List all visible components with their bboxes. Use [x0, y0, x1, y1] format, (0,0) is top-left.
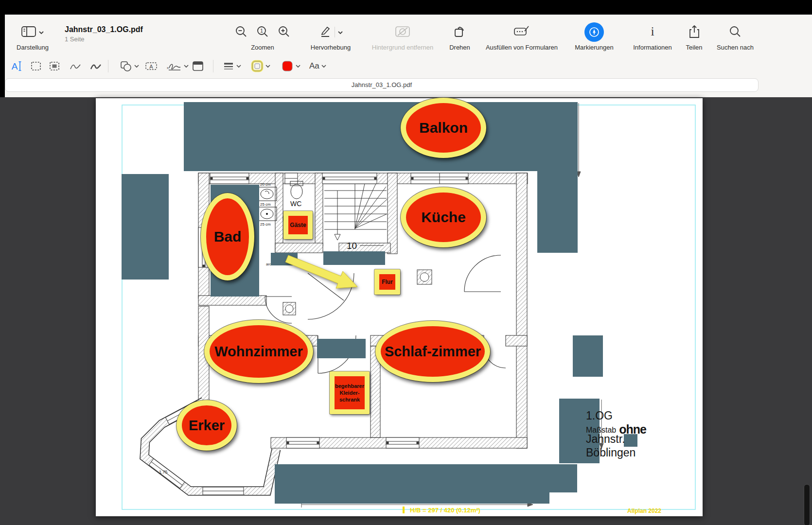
document-pagecount: 1 Seite — [65, 35, 143, 43]
border-color-tool[interactable] — [251, 59, 270, 73]
document-area: 10 20 cm 25 cm 25 cm — [0, 97, 812, 525]
redaction-rect — [275, 492, 549, 504]
redaction-rect — [323, 251, 385, 265]
text-style-tool[interactable]: Aa — [309, 59, 326, 73]
sheet-size-label: H/B = 297 / 420 (0.12m²) — [410, 507, 480, 514]
rect-selection-tool[interactable] — [30, 59, 42, 73]
redaction-rect — [184, 102, 578, 171]
highlighter-icon — [319, 25, 332, 39]
form-fill-icon — [514, 25, 530, 39]
staircase — [324, 184, 387, 245]
draw-tool[interactable] — [89, 59, 102, 73]
remove-background-icon — [395, 26, 410, 39]
svg-text:x: x — [167, 66, 169, 70]
fill-color-tool[interactable] — [281, 59, 300, 73]
markup-pen-icon — [584, 22, 604, 42]
annotation-erker[interactable]: Erker — [177, 400, 237, 451]
annotation-flur[interactable]: Flur — [374, 269, 400, 295]
shapes-tool[interactable] — [120, 59, 139, 73]
smart-selection-tool[interactable] — [49, 59, 60, 73]
redaction-rect — [275, 464, 577, 492]
search-icon — [729, 25, 741, 39]
stairs-count-label: 10 — [347, 241, 357, 251]
rotate-button[interactable]: Drehen — [441, 21, 478, 51]
wc-label: WC — [290, 200, 301, 208]
text-box-tool[interactable]: A — [145, 59, 158, 73]
annotation-bad[interactable]: Bad — [201, 193, 254, 280]
redaction-rect — [317, 339, 366, 358]
vertical-scrollbar-thumb[interactable] — [804, 484, 810, 525]
annotation-gaeste[interactable]: Gäste — [283, 211, 313, 239]
annotation-kueche[interactable]: Küche — [401, 187, 486, 247]
shape-style-tool[interactable] — [223, 59, 241, 73]
divider — [213, 60, 213, 72]
redaction-rect — [573, 335, 603, 377]
titleblock-street: Jahnstr. — [586, 433, 625, 446]
fixture-dim-label: 20 cm — [260, 182, 271, 187]
share-button[interactable]: Teilen — [681, 21, 707, 51]
pdf-page: 10 20 cm 25 cm 25 cm — [96, 98, 703, 516]
annotation-balkon[interactable]: Balkon — [401, 98, 486, 158]
document-header: Jahnstr_03_1.OG.pdf 1 Seite — [65, 25, 143, 43]
sidebar-icon — [21, 26, 36, 39]
divider — [335, 27, 335, 37]
toilet — [291, 184, 302, 199]
cad-app-label: Allplan 2022 — [627, 508, 661, 514]
svg-text:A: A — [149, 64, 153, 70]
text-selection-tool[interactable]: A — [11, 59, 22, 73]
window-left-edge — [0, 15, 5, 97]
sketch-tool[interactable] — [69, 59, 82, 73]
zoom-out-button[interactable] — [235, 25, 247, 39]
info-button[interactable]: i Informationen — [630, 21, 675, 51]
fixture-dim-label: 25 cm — [260, 202, 271, 207]
signature-tool[interactable]: x — [165, 59, 189, 73]
chevron-down-icon — [39, 29, 44, 36]
markup-toolbar: A A x Aa — [0, 58, 807, 75]
titleblock-city: Böblingen — [586, 446, 635, 459]
zoom-group: 1 Zoomen — [221, 21, 304, 51]
svg-text:i: i — [651, 25, 654, 38]
divider — [108, 60, 108, 72]
annotation-kleiderschrank[interactable]: begehbarer Kleider- schrank — [330, 371, 370, 414]
remove-background-button: Hintergrund entfernen — [366, 21, 440, 51]
zoom-actual-button[interactable]: 1 — [256, 25, 269, 39]
titleblock-floor: 1.OG — [586, 409, 613, 422]
note-tool[interactable] — [192, 59, 204, 73]
columns — [283, 270, 432, 315]
fixture-dim-label: 25 cm — [260, 222, 271, 227]
footer-marker — [403, 507, 405, 513]
zoom-in-button[interactable] — [278, 25, 290, 39]
redaction-rect — [122, 174, 169, 280]
highlight-button[interactable]: Hervorhebung — [301, 21, 360, 51]
form-fill-button[interactable]: Ausfüllen von Formularen — [479, 21, 565, 51]
small-dim-label: 1.75 — [159, 470, 168, 474]
filename-bar: Jahnstr_03_1.OG.pdf — [5, 78, 759, 92]
share-icon — [688, 25, 700, 40]
document-title: Jahnstr_03_1.OG.pdf — [65, 25, 143, 34]
info-icon: i — [649, 25, 656, 40]
rotate-icon — [453, 25, 467, 40]
view-menu-button[interactable]: Darstellung — [12, 21, 53, 51]
svg-text:A: A — [12, 61, 18, 71]
redaction-rect — [537, 171, 578, 253]
chevron-down-icon[interactable] — [338, 29, 343, 36]
annotation-wohnzimmer[interactable]: Wohnzimmer — [204, 320, 313, 383]
search-button[interactable]: Suchen nach — [711, 21, 759, 51]
bay-window — [203, 487, 244, 495]
markup-button[interactable]: Markierungen — [572, 21, 617, 51]
redaction-rect — [271, 253, 298, 265]
annotation-schlafzimmer[interactable]: Schlaf-zimmer — [375, 321, 490, 382]
svg-text:1: 1 — [260, 28, 263, 34]
window-top-bar — [0, 0, 812, 15]
